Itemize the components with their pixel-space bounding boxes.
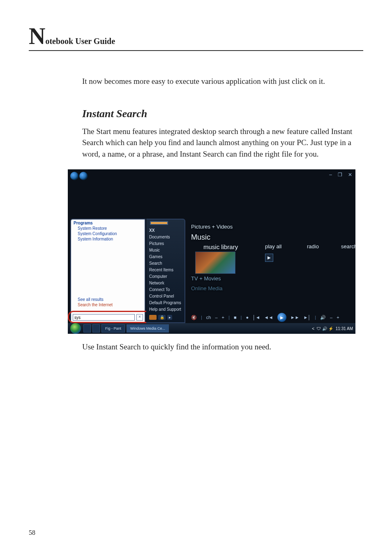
pb-fwd[interactable]: ►►: [291, 315, 300, 320]
shutdown-options-button[interactable]: ▸: [167, 315, 172, 320]
mc-row-tv[interactable]: TV + Movies: [191, 275, 221, 282]
taskbar: Fig - Pant Windows Media Ce... < 🛡 🔊 ⚡ 1…: [68, 323, 355, 334]
pb-sep3: |: [241, 315, 242, 320]
instant-search-screenshot: – ❐ ✕ Pictures + Videos Music music libr…: [68, 169, 355, 334]
start-search-internet[interactable]: Search the Internet: [74, 302, 115, 307]
pb-vol-minus[interactable]: –: [330, 315, 332, 320]
start-item-connect-to[interactable]: Connect To: [149, 287, 182, 292]
start-search-clear[interactable]: ×: [136, 314, 143, 321]
mc-playback-bar: 🔇 | ch – + | ■ | ● │◄ ◄◄ ▶ ►► ►│ | 🔊 – +: [191, 313, 351, 321]
pb-rew[interactable]: ◄◄: [264, 315, 273, 320]
pb-rec[interactable]: ●: [246, 315, 249, 320]
taskbar-task-active[interactable]: Windows Media Ce...: [127, 324, 169, 333]
pb-stop[interactable]: ■: [234, 315, 237, 320]
mc-row-pictures[interactable]: Pictures + Videos: [191, 224, 233, 230]
mc-search[interactable]: search: [341, 243, 355, 250]
lock-button[interactable]: 🔒: [158, 315, 166, 320]
start-programs-header: Programs: [71, 220, 145, 226]
mc-music-library[interactable]: music library: [203, 243, 238, 250]
start-menu-right: XX Documents Pictures Music Games Search…: [146, 219, 185, 323]
tray-clock[interactable]: 11:31 AM: [336, 326, 353, 331]
power-button[interactable]: [149, 315, 157, 320]
page-header: Notebook User Guide: [29, 25, 363, 51]
start-see-all-results[interactable]: See all results: [74, 297, 115, 302]
user-avatar-icon[interactable]: [150, 221, 168, 225]
intro-paragraph: It now becomes more easy to execute vari…: [82, 76, 355, 87]
start-item-music[interactable]: Music: [149, 247, 182, 253]
pb-ch-plus[interactable]: +: [222, 315, 224, 320]
pb-sep: |: [201, 315, 202, 320]
mc-play-all-icon[interactable]: ▶: [265, 254, 273, 262]
page-number: 58: [29, 529, 35, 536]
start-username[interactable]: XX: [149, 228, 182, 233]
pb-vol-plus[interactable]: +: [337, 315, 339, 320]
start-item-games[interactable]: Games: [149, 254, 182, 259]
start-item-system-restore[interactable]: System Restore: [71, 226, 145, 231]
start-item-control-panel[interactable]: Control Panel: [149, 294, 182, 299]
mc-play-all[interactable]: play all: [265, 243, 281, 250]
system-tray: < 🛡 🔊 ⚡ 11:31 AM: [312, 326, 353, 331]
start-item-system-configuration[interactable]: System Configuration: [71, 231, 145, 236]
start-item-documents[interactable]: Documents: [149, 234, 182, 240]
mc-music-thumb[interactable]: [195, 252, 235, 274]
start-item-computer[interactable]: Computer: [149, 274, 182, 279]
taskbar-task-2[interactable]: [92, 324, 100, 333]
pb-sep4: |: [315, 315, 316, 320]
start-power-row: 🔒 ▸: [149, 313, 182, 320]
header-big-letter: N: [29, 25, 45, 48]
taskbar-task-1[interactable]: [83, 324, 91, 333]
start-item-recent[interactable]: Recent Items: [149, 267, 182, 273]
pb-vol-icon[interactable]: 🔊: [320, 315, 326, 320]
section-body: The Start menu features integrated deskt…: [82, 126, 355, 160]
start-search-row: ×: [73, 314, 143, 321]
pb-mute-icon[interactable]: 🔇: [191, 315, 197, 320]
pb-prev[interactable]: │◄: [253, 315, 260, 320]
start-item-help[interactable]: Help and Support: [149, 307, 182, 312]
pb-sep2: |: [228, 315, 230, 320]
start-item-system-information[interactable]: System Information: [71, 236, 145, 242]
mc-radio[interactable]: radio: [307, 243, 319, 250]
start-item-default-programs[interactable]: Default Programs: [149, 300, 182, 305]
pb-play[interactable]: ▶: [277, 313, 286, 322]
taskbar-task-3[interactable]: Fig - Pant: [101, 324, 125, 333]
mc-row-music[interactable]: Music: [191, 233, 210, 242]
tray-icons[interactable]: 🛡 🔊 ⚡: [317, 326, 333, 331]
start-item-network[interactable]: Network: [149, 280, 182, 286]
header-rest: otebook User Guide: [45, 37, 115, 46]
tray-expand-icon[interactable]: <: [312, 326, 314, 331]
screenshot-caption: Use Instant Search to quickly find the i…: [82, 341, 355, 353]
start-orb-icon[interactable]: [70, 323, 81, 334]
pb-next[interactable]: ►│: [303, 315, 311, 320]
section-title: Instant Search: [82, 108, 355, 120]
start-menu-left: Programs System Restore System Configura…: [70, 219, 145, 323]
start-item-pictures[interactable]: Pictures: [149, 241, 182, 246]
pb-ch-minus[interactable]: –: [215, 315, 217, 320]
start-search-input[interactable]: [73, 314, 135, 321]
pb-ch-label: ch: [206, 315, 211, 320]
mc-row-online[interactable]: Online Media: [191, 285, 223, 291]
start-item-search[interactable]: Search: [149, 261, 182, 266]
